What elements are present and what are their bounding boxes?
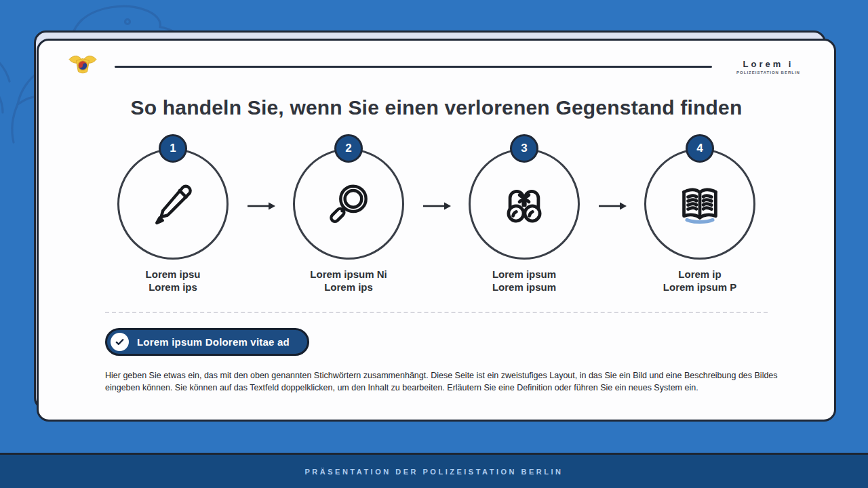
step-2-number-badge: 2 [334, 134, 363, 163]
brand-name: Lorem i [731, 59, 806, 69]
step-1-label-line1: Lorem ipsu [146, 268, 201, 281]
step-1: 1 Lorem ipsu Lorem ips [115, 134, 231, 293]
slide-title: So handeln Sie, wenn Sie einen verlorene… [39, 96, 834, 119]
step-4-number-badge: 4 [686, 134, 714, 163]
step-3-circle [469, 148, 580, 260]
step-3-label-line2: Lorem ipsum [492, 281, 556, 293]
pencil-icon [149, 180, 197, 228]
step-2-label: Lorem ipsum Ni Lorem ips [310, 268, 387, 293]
check-icon [111, 333, 129, 351]
footer-bar: PRÄSENTATION DER POLIZEISTATION BERLIN [0, 453, 868, 488]
right-arrow-icon [422, 201, 452, 211]
header-rule [115, 66, 712, 68]
slide-header: Lorem i POLIZEISTATION BERLIN [67, 53, 806, 80]
binoculars-icon [498, 178, 550, 230]
callout-pill-button[interactable]: Lorem ipsum Dolorem vitae ad [105, 328, 309, 356]
step-2-label-line1: Lorem ipsum Ni [310, 268, 387, 281]
magnifier-icon [323, 178, 374, 230]
step-1-label-line2: Lorem ips [146, 281, 201, 293]
step-3-label-line1: Lorem ipsum [492, 268, 556, 281]
slide-card: Lorem i POLIZEISTATION BERLIN So handeln… [37, 39, 836, 422]
arrow-3 [582, 201, 642, 211]
open-book-icon [674, 178, 726, 230]
brand-block: Lorem i POLIZEISTATION BERLIN [731, 59, 806, 75]
step-2-label-line2: Lorem ips [310, 281, 387, 293]
step-1-number-badge: 1 [159, 134, 187, 163]
step-3: 3 Lorem ipsum Lorem ipsum [467, 134, 582, 293]
step-3-label: Lorem ipsum Lorem ipsum [492, 268, 556, 293]
arrow-1 [231, 201, 291, 211]
process-steps: 1 Lorem ipsu Lorem ips 2 [39, 134, 834, 293]
step-4-label-line2: Lorem ipsum P [663, 281, 736, 293]
step-2: 2 Lorem ipsum Ni Lorem ips [291, 134, 406, 293]
description-textfield[interactable]: Hier geben Sie etwas ein, das mit den ob… [105, 369, 783, 394]
brand-tagline: POLIZEISTATION BERLIN [731, 70, 806, 75]
right-arrow-icon [246, 201, 276, 211]
step-4-label: Lorem ip Lorem ipsum P [663, 268, 736, 293]
right-arrow-icon [597, 201, 627, 211]
step-4-label-line1: Lorem ip [663, 268, 736, 281]
step-4: 4 Lorem ip [642, 134, 757, 293]
step-1-label: Lorem ipsu Lorem ips [146, 268, 201, 293]
step-1-circle [117, 148, 229, 260]
step-2-circle [293, 148, 404, 260]
footer-text: PRÄSENTATION DER POLIZEISTATION BERLIN [305, 468, 564, 476]
police-wings-emblem-icon [67, 54, 98, 79]
step-4-circle [644, 148, 755, 260]
callout-label: Lorem ipsum Dolorem vitae ad [137, 336, 290, 348]
dashed-divider [105, 312, 768, 313]
arrow-2 [406, 201, 467, 211]
step-3-number-badge: 3 [510, 134, 538, 163]
